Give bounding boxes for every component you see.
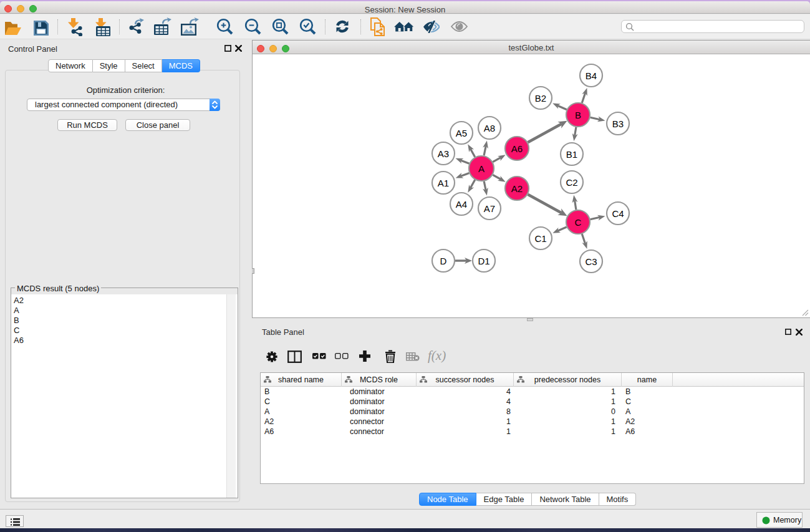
svg-text:A4: A4 bbox=[456, 199, 467, 210]
svg-text:C1: C1 bbox=[534, 233, 546, 244]
svg-text:A8: A8 bbox=[484, 123, 495, 133]
svg-text:A6: A6 bbox=[511, 143, 523, 154]
svg-text:B1: B1 bbox=[566, 149, 577, 160]
svg-text:C4: C4 bbox=[612, 208, 624, 219]
svg-text:A3: A3 bbox=[438, 148, 449, 159]
svg-text:A7: A7 bbox=[484, 203, 495, 214]
svg-text:A2: A2 bbox=[511, 183, 523, 194]
svg-text:C3: C3 bbox=[585, 256, 597, 267]
svg-text:B: B bbox=[575, 110, 581, 120]
svg-text:A1: A1 bbox=[438, 178, 449, 188]
svg-text:C: C bbox=[575, 217, 582, 228]
svg-text:D1: D1 bbox=[478, 256, 489, 266]
svg-text:D: D bbox=[440, 256, 447, 266]
svg-text:B4: B4 bbox=[586, 70, 597, 81]
svg-text:C2: C2 bbox=[566, 177, 577, 188]
svg-text:A: A bbox=[478, 163, 485, 174]
svg-text:A5: A5 bbox=[456, 128, 467, 138]
svg-text:B3: B3 bbox=[612, 118, 624, 129]
svg-text:B2: B2 bbox=[535, 93, 546, 104]
